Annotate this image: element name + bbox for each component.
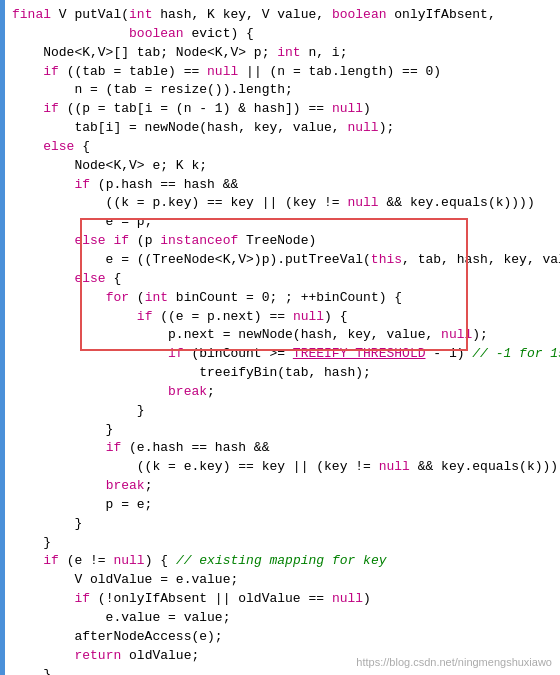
watermark: https://blog.csdn.net/ningmengshuxiawo [356, 655, 552, 671]
left-bar [0, 0, 5, 675]
code-block: final V putVal(int hash, K key, V value,… [12, 6, 552, 675]
code-container: final V putVal(int hash, K key, V value,… [0, 0, 560, 675]
